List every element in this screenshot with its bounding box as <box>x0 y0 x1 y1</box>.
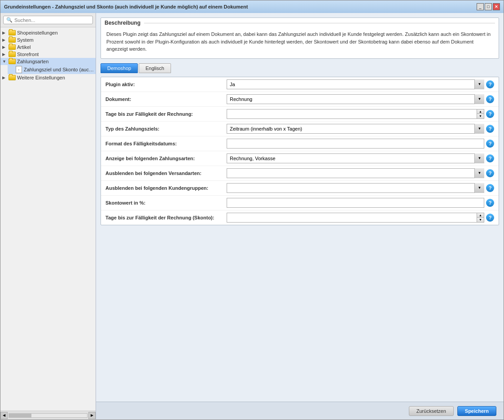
sidebar: 🔍 ▶ Shopeinstellungen ▶ System <box>0 13 96 420</box>
sidebar-item-zahlungsziel[interactable]: ▪ Zahlungsziel und Skonto (auch... <box>8 65 96 74</box>
sidebar-item-label: Zahlungsziel und Skonto (auch... <box>24 67 94 72</box>
label-ausblenden-versandarten: Ausblenden bei folgenden Versandarten: <box>105 171 227 176</box>
select-wrapper-plugin-aktiv: Ja ▼ <box>227 79 484 89</box>
scrollbar-thumb <box>9 414 31 417</box>
spinner-up-tage-faelligkeit[interactable]: ▲ <box>477 109 484 114</box>
spinner-input-tage-faelligkeit[interactable]: 10 <box>227 109 477 119</box>
sidebar-scrollbar: ◀ ▶ <box>0 411 96 420</box>
input-skontowert[interactable]: 3 <box>227 198 484 208</box>
control-typ-zahlungsziels: Zeitraum (innerhalb von x Tagen) ▼ ? <box>227 124 494 134</box>
scroll-right-button[interactable]: ▶ <box>88 412 96 419</box>
folder-icon <box>9 44 16 50</box>
select-ausblenden-versandarten[interactable] <box>227 168 484 178</box>
spinner-down-tage-skonto[interactable]: ▼ <box>477 218 484 222</box>
scrollbar-track[interactable] <box>9 413 88 418</box>
search-bar: 🔍 <box>0 13 96 27</box>
content-area: Beschreibung Dieses Plugin zeigt das Zah… <box>96 13 504 420</box>
main-window: Grundeinstellungen - Zahlungsziel und Sk… <box>0 0 504 420</box>
help-button-tage-faelligkeit[interactable]: ? <box>486 110 494 118</box>
tree-area: ▶ Shopeinstellungen ▶ System ▶ Artikel <box>0 27 96 411</box>
file-icon: ▪ <box>16 66 22 73</box>
search-input[interactable] <box>14 18 90 23</box>
form-row-tage-faelligkeit: Tage bis zur Fälligkeit der Rechnung: 10… <box>101 107 499 122</box>
search-wrapper[interactable]: 🔍 <box>3 16 93 24</box>
spinner-down-tage-faelligkeit[interactable]: ▼ <box>477 114 484 118</box>
select-arrow-dokument[interactable]: ▼ <box>474 94 484 104</box>
help-button-skontowert[interactable]: ? <box>486 199 494 207</box>
select-arrow-typ-zahlungsziels[interactable]: ▼ <box>474 124 484 134</box>
sidebar-item-label: System <box>17 37 34 43</box>
input-format-faelligkeitsdatums[interactable]: d.m.Y <box>227 139 484 149</box>
form-row-typ-zahlungsziels: Typ des Zahlungsziels: Zeitraum (innerha… <box>101 122 499 136</box>
select-arrow-ausblenden-versandarten[interactable]: ▼ <box>474 168 484 178</box>
minimize-button[interactable]: _ <box>477 3 484 10</box>
control-skontowert: 3 ? <box>227 198 494 208</box>
help-button-format-faelligkeitsdatums[interactable]: ? <box>486 140 494 148</box>
select-plugin-aktiv[interactable]: Ja <box>227 79 484 89</box>
description-box: Beschreibung Dieses Plugin zeigt das Zah… <box>101 18 499 59</box>
title-bar: Grundeinstellungen - Zahlungsziel und Sk… <box>0 0 504 13</box>
folder-icon <box>9 59 16 64</box>
expand-icon: ▼ <box>2 59 9 64</box>
label-dokument: Dokument: <box>105 96 227 102</box>
select-ausblenden-kundengruppen[interactable] <box>227 183 484 193</box>
maximize-button[interactable]: □ <box>485 3 492 10</box>
select-wrapper-ausblenden-kundengruppen: ▼ <box>227 183 484 193</box>
sidebar-item-label: Zahlungsarten <box>17 59 48 64</box>
form-row-skontowert: Skontowert in %: 3 ? <box>101 196 499 210</box>
form-row-anzeige-zahlungsarten: Anzeige bei folgenden Zahlungsarten: Rec… <box>101 151 499 166</box>
control-dokument: Rechnung ▼ ? <box>227 94 494 104</box>
select-arrow-ausblenden-kundengruppen[interactable]: ▼ <box>474 183 484 193</box>
sidebar-item-zahlungsarten[interactable]: ▼ Zahlungsarten <box>0 58 96 65</box>
form-row-ausblenden-kundengruppen: Ausblenden bei folgenden Kundengruppen: … <box>101 181 499 196</box>
help-button-ausblenden-kundengruppen[interactable]: ? <box>486 184 494 192</box>
description-title: Beschreibung <box>105 20 140 26</box>
select-arrow-plugin-aktiv[interactable]: ▼ <box>474 79 484 89</box>
content-inner: Beschreibung Dieses Plugin zeigt das Zah… <box>96 13 504 402</box>
help-button-tage-skonto[interactable]: ? <box>486 214 494 222</box>
reset-button[interactable]: Zurücksetzen <box>409 406 454 416</box>
help-button-ausblenden-versandarten[interactable]: ? <box>486 169 494 177</box>
control-anzeige-zahlungsarten: Rechnung, Vorkasse ▼ ? <box>227 153 494 163</box>
sidebar-item-system[interactable]: ▶ System <box>0 36 96 44</box>
select-arrow-anzeige-zahlungsarten[interactable]: ▼ <box>474 153 484 163</box>
close-button[interactable]: ✕ <box>493 3 500 10</box>
sidebar-item-label: Artikel <box>17 44 31 50</box>
select-wrapper-dokument: Rechnung ▼ <box>227 94 484 104</box>
tab-englisch[interactable]: Englisch <box>139 63 171 73</box>
form-panel: Plugin aktiv: Ja ▼ ? Dokument: <box>101 77 499 225</box>
scroll-left-button[interactable]: ◀ <box>0 412 8 419</box>
tree-children: ▪ Zahlungsziel und Skonto (auch... <box>0 65 96 74</box>
main-area: 🔍 ▶ Shopeinstellungen ▶ System <box>0 13 504 420</box>
sidebar-item-storefront[interactable]: ▶ Storefront <box>0 51 96 58</box>
help-button-typ-zahlungsziels[interactable]: ? <box>486 125 494 133</box>
window-controls: _ □ ✕ <box>477 3 500 10</box>
spinner-tage-skonto: 0 ▲ ▼ <box>227 213 484 223</box>
expand-icon: ▶ <box>2 52 9 57</box>
select-anzeige-zahlungsarten[interactable]: Rechnung, Vorkasse <box>227 153 484 163</box>
sidebar-item-artikel[interactable]: ▶ Artikel <box>0 44 96 51</box>
label-typ-zahlungsziels: Typ des Zahlungsziels: <box>105 126 227 131</box>
label-format-faelligkeitsdatums: Format des Fälligkeitsdatums: <box>105 141 227 146</box>
help-button-anzeige-zahlungsarten[interactable]: ? <box>486 154 494 162</box>
help-button-plugin-aktiv[interactable]: ? <box>486 80 494 88</box>
expand-icon: ▶ <box>2 31 9 35</box>
spinner-up-tage-skonto[interactable]: ▲ <box>477 213 484 218</box>
save-button[interactable]: Speichern <box>457 406 496 416</box>
sidebar-item-shopeinstellungen[interactable]: ▶ Shopeinstellungen <box>0 29 96 36</box>
spinner-input-tage-skonto[interactable]: 0 <box>227 213 477 223</box>
folder-icon <box>9 52 16 57</box>
control-ausblenden-versandarten: ▼ ? <box>227 168 494 178</box>
tabs-area: Demoshop Englisch <box>101 63 499 73</box>
tab-demoshop[interactable]: Demoshop <box>101 63 138 73</box>
footer: Zurücksetzen Speichern <box>96 402 504 420</box>
control-tage-faelligkeit: 10 ▲ ▼ ? <box>227 109 494 119</box>
select-typ-zahlungsziels[interactable]: Zeitraum (innerhalb von x Tagen) <box>227 124 484 134</box>
sidebar-item-label: Shopeinstellungen <box>17 30 58 35</box>
sidebar-item-weitere[interactable]: ▶ Weitere Einstellungen <box>0 74 96 81</box>
help-button-dokument[interactable]: ? <box>486 95 494 103</box>
sidebar-item-label: Weitere Einstellungen <box>17 75 65 80</box>
search-icon: 🔍 <box>6 17 13 23</box>
select-dokument[interactable]: Rechnung <box>227 94 484 104</box>
label-anzeige-zahlungsarten: Anzeige bei folgenden Zahlungsarten: <box>105 156 227 161</box>
